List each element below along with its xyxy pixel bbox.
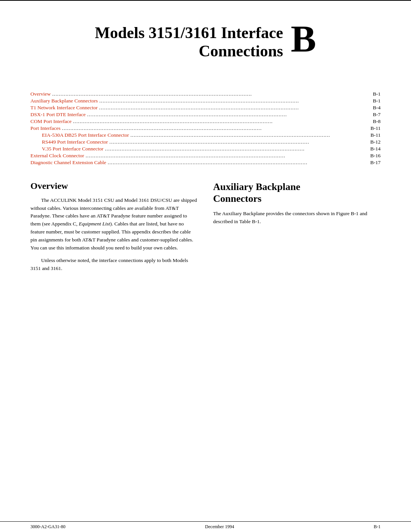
toc-link[interactable]: V.35 Port Interface Connector: [42, 146, 104, 152]
toc-page-number: B-11: [371, 132, 381, 138]
toc-dots: ........................................…: [105, 146, 369, 152]
toc-page-number: B-17: [370, 160, 381, 166]
auxiliary-title: Auxiliary Backplane Connectors: [213, 181, 381, 204]
auxiliary-body: The Auxiliary Backplane provides the con…: [213, 210, 381, 226]
overview-section: Overview The ACCULINK Model 3151 CSU and…: [30, 181, 198, 277]
toc-entry: Diagnostic Channel Extension Cable .....…: [30, 160, 381, 166]
overview-para1: The ACCULINK Model 3151 CSU and Model 31…: [30, 197, 198, 252]
title-line1: Models 3151/3161 Interface: [95, 24, 283, 42]
title-area: Models 3151/3161 Interface Connections B: [95, 24, 316, 61]
toc-page-number: B-7: [373, 112, 381, 118]
toc-entry: External Clock Connector ...............…: [30, 153, 381, 159]
toc-link[interactable]: Port Interfaces: [30, 125, 61, 131]
title-letter: B: [291, 20, 316, 58]
toc-entry: V.35 Port Interface Connector ..........…: [30, 146, 381, 152]
toc-dots: ........................................…: [62, 125, 369, 131]
overview-body: The ACCULINK Model 3151 CSU and Model 31…: [30, 197, 198, 273]
title-line2: Connections: [95, 42, 283, 60]
page-footer: 3000-A2-GA31-80 December 1994 B-1: [0, 521, 411, 532]
toc-section: Overview ...............................…: [0, 91, 411, 166]
toc-dots: ........................................…: [73, 118, 371, 125]
page-container: Models 3151/3161 Interface Connections B…: [0, 0, 411, 532]
toc-entry: Auxiliary Backplane Connectors .........…: [30, 98, 381, 104]
toc-dots: ........................................…: [52, 91, 371, 97]
toc-page-number: B-1: [373, 91, 381, 97]
toc-page-number: B-12: [370, 139, 381, 145]
toc-page-number: B-16: [370, 153, 381, 159]
footer-center: December 1994: [205, 524, 234, 530]
overview-para2: Unless otherwise noted, the interface co…: [30, 257, 198, 273]
toc-page-number: B-14: [370, 146, 381, 152]
content-section: Overview The ACCULINK Model 3151 CSU and…: [0, 181, 411, 277]
toc-entry: T1 Network Interface Connector .........…: [30, 105, 381, 111]
toc-page-number: B-1: [373, 98, 381, 104]
toc-link[interactable]: RS449 Port Interface Connector: [42, 139, 108, 145]
toc-dots: ........................................…: [87, 112, 371, 118]
auxiliary-title-line2: Connectors: [213, 193, 261, 204]
overview-title: Overview: [30, 181, 198, 191]
toc-dots: ........................................…: [108, 160, 369, 166]
toc-link[interactable]: External Clock Connector: [30, 153, 84, 159]
toc-entry: EIA-530A DB25 Port Interface Connector .…: [30, 132, 381, 138]
toc-dots: ........................................…: [131, 132, 369, 138]
toc-link[interactable]: DSX-1 Port DTE Interface: [30, 112, 86, 118]
toc-link[interactable]: Overview: [30, 91, 51, 97]
toc-page-number: B-8: [373, 118, 381, 125]
toc-link[interactable]: EIA-530A DB25 Port Interface Connector: [42, 132, 129, 138]
toc-link[interactable]: T1 Network Interface Connector: [30, 105, 98, 111]
toc-entry: Port Interfaces ........................…: [30, 125, 381, 131]
footer-left: 3000-A2-GA31-80: [30, 524, 65, 530]
toc-page-number: B-4: [373, 105, 381, 111]
toc-link[interactable]: Auxiliary Backplane Connectors: [30, 98, 98, 104]
header-section: Models 3151/3161 Interface Connections B: [0, 1, 411, 91]
toc-entry: Overview ...............................…: [30, 91, 381, 97]
footer-right: B-1: [374, 524, 381, 530]
toc-entry: DSX-1 Port DTE Interface ...............…: [30, 112, 381, 118]
toc-entry: RS449 Port Interface Connector .........…: [30, 139, 381, 145]
auxiliary-para1: The Auxiliary Backplane provides the con…: [213, 210, 381, 226]
toc-dots: ........................................…: [99, 98, 371, 104]
auxiliary-section: Auxiliary Backplane Connectors The Auxil…: [213, 181, 381, 277]
toc-dots: ........................................…: [110, 139, 369, 145]
toc-link[interactable]: Diagnostic Channel Extension Cable: [30, 160, 106, 166]
toc-dots: ........................................…: [86, 153, 369, 159]
toc-link[interactable]: COM Port Interface: [30, 118, 72, 125]
toc-entry: COM Port Interface .....................…: [30, 118, 381, 125]
toc-dots: ........................................…: [99, 105, 371, 111]
title-text: Models 3151/3161 Interface Connections: [95, 24, 283, 61]
toc-page-number: B-11: [371, 125, 381, 131]
auxiliary-title-line1: Auxiliary Backplane: [213, 181, 300, 192]
